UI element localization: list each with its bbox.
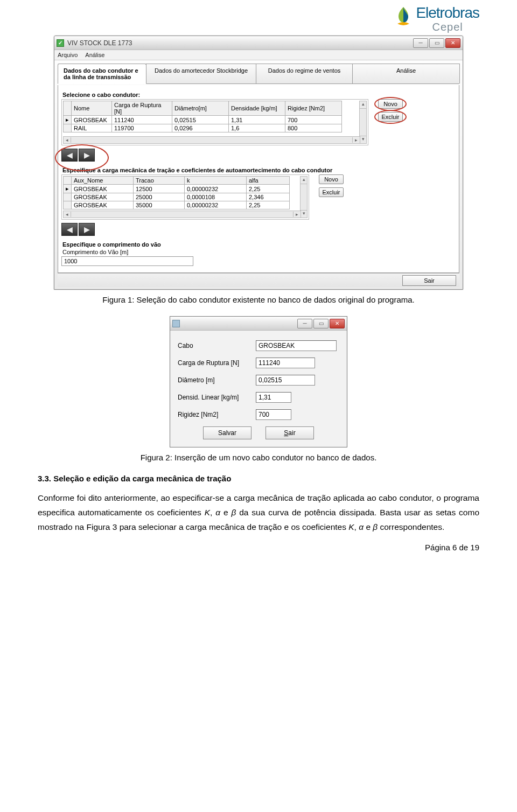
rigidez-input[interactable] [256,409,291,420]
menu-analise[interactable]: Análise [85,52,104,58]
hscrollbar[interactable]: ◂▸ [63,136,360,144]
figure1-window: VIV STOCK DLE 1773 ─ ▭ ✕ Arquivo Análise… [54,36,463,290]
minimize-button[interactable]: ─ [413,38,428,48]
table-row[interactable]: ▸ GROSBEAK 111240 0,02515 1,31 700 [64,116,342,124]
carga-input[interactable] [256,358,315,368]
grid2-h1: Tracao [134,177,185,185]
span-label: Comprimento do Vão [m] [62,249,456,255]
grid2-h0: Aux_Nome [72,177,134,185]
table-row[interactable]: RAIL 119700 0,0296 1,6 800 [64,124,342,132]
figure2-caption: Figura 2: Inserção de um novo cabo condu… [38,453,479,462]
nav-arrows-2: ◀ ▶ [61,223,456,236]
logo-brand: Eletrobras [416,5,479,20]
grid1-h3: Densidade [kg/m] [229,101,285,116]
table-row[interactable]: GROSBEAK 35000 0,00000232 2,25 [64,201,290,209]
nav-prev-icon[interactable]: ◀ [61,149,78,162]
grid1-area[interactable]: Nome Carga de Ruptura [N] Diâmetro[m] De… [61,99,368,145]
grid2-area[interactable]: Aux_Nome Tracao k alfa ▸ GROSBEAK 12500 … [61,174,309,220]
grid1-h4: Rigidez [Nm2] [285,101,342,116]
table-row[interactable]: ▸ GROSBEAK 12500 0,00000232 2,25 [64,185,290,193]
tab-dados-cabo[interactable]: Dados do cabo condutor e da linha de tra… [58,64,146,84]
grid2-h3: alfa [247,177,290,185]
traction-grid[interactable]: Aux_Nome Tracao k alfa ▸ GROSBEAK 12500 … [63,176,290,209]
novo-button-2[interactable]: Novo [319,174,344,184]
close-button[interactable]: ✕ [445,38,460,48]
novo-button[interactable]: Novo [378,99,403,109]
excluir-button-2[interactable]: Excluir [319,187,344,197]
dialog-titlebar[interactable]: ─ ▭ ✕ [170,317,347,331]
logo-area: Eletrobras Cepel [38,5,479,32]
tab-pane: Selecione o cabo condutor: Nome Carga de… [58,85,459,273]
tab-amortecedor[interactable]: Dados do amortecedor Stockbridge [146,64,256,83]
minimize-button[interactable]: ─ [297,319,312,328]
maximize-button[interactable]: ▭ [313,319,329,328]
logo-text: Eletrobras Cepel [416,5,479,32]
vscrollbar[interactable]: ▴▾ [300,176,308,218]
grid1-h2: Diâmetro[m] [172,101,229,116]
section2-label: Especifique a carga mecânica de tração e… [62,167,456,173]
grid2-h2: k [185,177,247,185]
sair-button[interactable]: Sair [266,426,314,439]
cabo-input[interactable] [256,340,337,351]
menubar: Arquivo Análise [54,50,463,60]
footer-bar: Sair [58,273,459,287]
menu-arquivo[interactable]: Arquivo [58,52,78,58]
tab-analise[interactable]: Análise [352,64,460,83]
sair-button[interactable]: Sair [402,275,456,286]
dialog-window-icon [172,320,180,327]
dlg-label-densid: Densid. Linear [kg/m] [178,394,256,401]
logo: Eletrobras Cepel [394,5,479,32]
nav-next-icon[interactable]: ▶ [79,149,95,162]
figure1-caption: Figura 1: Seleção do cabo condutor exist… [38,295,479,304]
diametro-input[interactable] [256,375,315,386]
app-check-icon [57,39,64,47]
logo-sub: Cepel [416,22,479,32]
figure2-dialog: ─ ▭ ✕ Cabo Carga de Ruptura [N] Diâmetro… [170,316,347,447]
window-buttons: ─ ▭ ✕ [413,38,460,48]
dlg-label-carga: Carga de Ruptura [N] [178,359,256,367]
grid1-h1: Carga de Ruptura [N] [112,101,172,116]
section-heading: 3.3. Seleção e edição da carga mecânica … [38,474,479,483]
nav-next-icon[interactable]: ▶ [79,223,95,236]
hscrollbar[interactable]: ◂▸ [63,211,301,218]
cable-grid[interactable]: Nome Carga de Ruptura [N] Diâmetro[m] De… [63,101,342,132]
tab-ventos[interactable]: Dados do regime de ventos [256,64,353,83]
vscrollbar[interactable]: ▴▾ [359,101,367,144]
maximize-button[interactable]: ▭ [429,38,444,48]
grid1-h0: Nome [72,101,112,116]
close-button[interactable]: ✕ [330,319,345,328]
section3-label: Especifique o comprimento do vão [62,241,456,248]
page-footer: Página 6 de 19 [38,543,479,552]
dlg-label-cabo: Cabo [178,342,256,349]
nav-prev-icon[interactable]: ◀ [61,223,78,236]
dlg-label-rigidez: Rigidez [Nm2] [178,411,256,418]
table-row[interactable]: GROSBEAK 25000 0,0000108 2,346 [64,193,290,201]
body-paragraph: Conforme foi dito anteriormente, ao espe… [38,491,479,534]
densid-input[interactable] [256,392,291,403]
titlebar[interactable]: VIV STOCK DLE 1773 ─ ▭ ✕ [54,36,463,50]
window-title: VIV STOCK DLE 1773 [67,39,413,47]
logo-icon [394,5,413,29]
nav-arrows-1: ◀ ▶ [61,149,456,162]
salvar-button[interactable]: Salvar [203,426,251,439]
span-input[interactable] [61,256,193,266]
excluir-button[interactable]: Excluir [378,112,403,122]
dlg-label-diametro: Diâmetro [m] [178,376,256,384]
tabstrip: Dados do cabo condutor e da linha de tra… [58,64,459,84]
